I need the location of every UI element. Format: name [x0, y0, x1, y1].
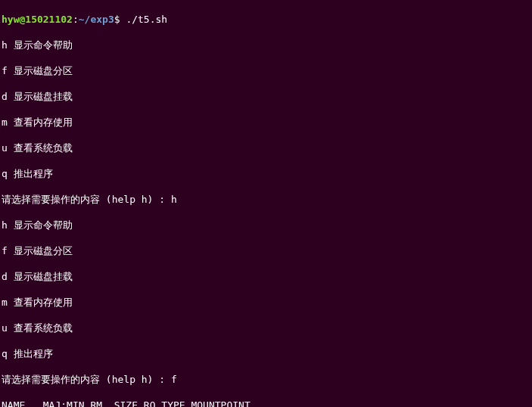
menu-line: m 查看内存使用 [2, 296, 530, 309]
menu-line: m 查看内存使用 [2, 116, 530, 129]
menu-line: d 显示磁盘挂载 [2, 270, 530, 283]
menu-line: h 显示命令帮助 [2, 219, 530, 231]
menu-line: h 显示命令帮助 [2, 39, 530, 51]
user-input: h [171, 194, 177, 205]
menu-line: f 显示磁盘分区 [2, 64, 530, 77]
user-host: hyw@15021102 [2, 14, 73, 25]
menu-line: d 显示磁盘挂载 [2, 90, 530, 103]
menu-line: u 查看系统负载 [2, 141, 530, 154]
menu-line: f 显示磁盘分区 [2, 244, 530, 257]
lsblk-header: NAME MAJ:MIN RM SIZE RO TYPE MOUNTPOINT [2, 399, 530, 407]
ask-line: 请选择需要操作的内容 (help h) : f [2, 373, 530, 386]
dollar: $ [114, 14, 126, 25]
prompt-line: hyw@15021102:~/exp3$ ./t5.sh [2, 13, 530, 26]
menu-line: q 推出程序 [2, 347, 530, 360]
colon: : [73, 14, 79, 25]
ask-line: 请选择需要操作的内容 (help h) : h [2, 193, 530, 206]
menu-line: u 查看系统负载 [2, 322, 530, 334]
typed-command: ./t5.sh [126, 14, 167, 25]
user-input: f [171, 374, 177, 385]
terminal[interactable]: hyw@15021102:~/exp3$ ./t5.sh h 显示命令帮助 f … [0, 0, 532, 407]
cwd: ~/exp3 [79, 14, 114, 25]
menu-line: q 推出程序 [2, 167, 530, 180]
